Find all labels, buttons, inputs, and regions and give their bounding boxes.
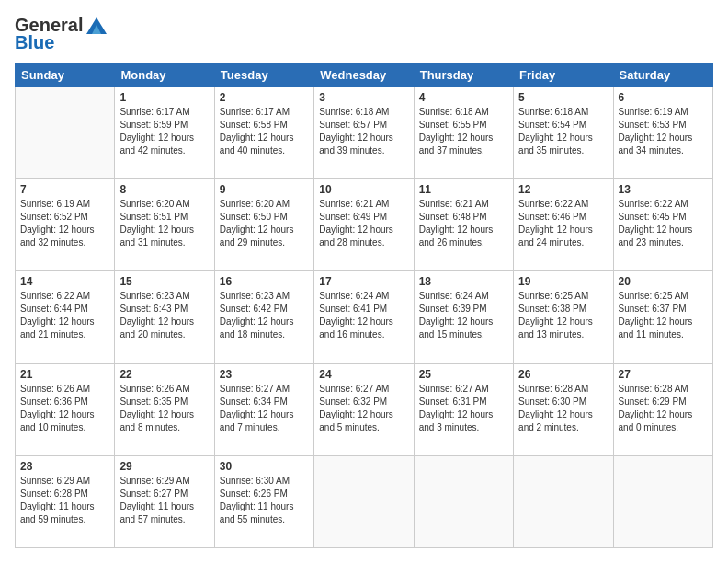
day-number: 16 — [220, 275, 309, 288]
header-monday: Monday — [115, 63, 214, 87]
day-number: 10 — [319, 183, 408, 196]
calendar-cell: 14Sunrise: 6:22 AM Sunset: 6:44 PM Dayli… — [16, 271, 115, 363]
calendar-cell: 13Sunrise: 6:22 AM Sunset: 6:45 PM Dayli… — [613, 179, 712, 271]
calendar-cell: 26Sunrise: 6:28 AM Sunset: 6:30 PM Dayli… — [514, 363, 613, 455]
day-info: Sunrise: 6:18 AM Sunset: 6:54 PM Dayligh… — [518, 106, 608, 157]
calendar-cell — [414, 455, 513, 547]
calendar-cell: 4Sunrise: 6:18 AM Sunset: 6:55 PM Daylig… — [414, 87, 513, 179]
calendar-table: SundayMondayTuesdayWednesdayThursdayFrid… — [15, 63, 713, 548]
day-info: Sunrise: 6:17 AM Sunset: 6:58 PM Dayligh… — [220, 106, 309, 157]
calendar-cell: 15Sunrise: 6:23 AM Sunset: 6:43 PM Dayli… — [115, 271, 214, 363]
day-number: 20 — [619, 275, 708, 288]
header-tuesday: Tuesday — [214, 63, 313, 87]
day-info: Sunrise: 6:20 AM Sunset: 6:50 PM Dayligh… — [220, 198, 309, 249]
day-number: 18 — [419, 275, 508, 288]
header-wednesday: Wednesday — [314, 63, 414, 87]
day-info: Sunrise: 6:30 AM Sunset: 6:26 PM Dayligh… — [220, 475, 309, 526]
day-number: 28 — [20, 460, 109, 473]
day-info: Sunrise: 6:26 AM Sunset: 6:36 PM Dayligh… — [20, 383, 109, 434]
day-number: 3 — [319, 91, 408, 104]
day-info: Sunrise: 6:22 AM Sunset: 6:44 PM Dayligh… — [20, 290, 109, 341]
calendar-cell: 8Sunrise: 6:20 AM Sunset: 6:51 PM Daylig… — [115, 179, 214, 271]
calendar-cell — [514, 455, 613, 547]
calendar-cell: 1Sunrise: 6:17 AM Sunset: 6:59 PM Daylig… — [115, 87, 214, 179]
day-info: Sunrise: 6:27 AM Sunset: 6:34 PM Dayligh… — [220, 383, 309, 434]
calendar-cell: 30Sunrise: 6:30 AM Sunset: 6:26 PM Dayli… — [214, 455, 313, 547]
calendar-cell: 29Sunrise: 6:29 AM Sunset: 6:27 PM Dayli… — [115, 455, 214, 547]
day-number: 25 — [419, 368, 508, 381]
header: General Blue — [15, 15, 713, 53]
calendar-cell: 11Sunrise: 6:21 AM Sunset: 6:48 PM Dayli… — [414, 179, 513, 271]
calendar-cell: 18Sunrise: 6:24 AM Sunset: 6:39 PM Dayli… — [414, 271, 513, 363]
calendar-cell: 28Sunrise: 6:29 AM Sunset: 6:28 PM Dayli… — [16, 455, 115, 547]
day-number: 19 — [518, 275, 608, 288]
day-info: Sunrise: 6:24 AM Sunset: 6:41 PM Dayligh… — [319, 290, 408, 341]
day-number: 5 — [518, 91, 608, 104]
calendar-cell: 5Sunrise: 6:18 AM Sunset: 6:54 PM Daylig… — [514, 87, 613, 179]
day-number: 11 — [419, 183, 508, 196]
day-number: 22 — [119, 368, 209, 381]
day-number: 4 — [419, 91, 508, 104]
day-number: 9 — [220, 183, 309, 196]
day-number: 14 — [20, 275, 109, 288]
header-row: SundayMondayTuesdayWednesdayThursdayFrid… — [16, 63, 713, 87]
day-number: 12 — [518, 183, 608, 196]
calendar-cell: 19Sunrise: 6:25 AM Sunset: 6:38 PM Dayli… — [514, 271, 613, 363]
day-info: Sunrise: 6:25 AM Sunset: 6:38 PM Dayligh… — [518, 290, 608, 341]
day-info: Sunrise: 6:19 AM Sunset: 6:53 PM Dayligh… — [619, 106, 708, 157]
calendar-cell: 2Sunrise: 6:17 AM Sunset: 6:58 PM Daylig… — [214, 87, 313, 179]
calendar-cell: 24Sunrise: 6:27 AM Sunset: 6:32 PM Dayli… — [314, 363, 414, 455]
day-number: 1 — [119, 91, 209, 104]
day-number: 21 — [20, 368, 109, 381]
day-info: Sunrise: 6:17 AM Sunset: 6:59 PM Dayligh… — [119, 106, 209, 157]
day-info: Sunrise: 6:29 AM Sunset: 6:27 PM Dayligh… — [119, 475, 209, 526]
day-info: Sunrise: 6:23 AM Sunset: 6:42 PM Dayligh… — [220, 290, 309, 341]
day-info: Sunrise: 6:28 AM Sunset: 6:30 PM Dayligh… — [518, 383, 608, 434]
day-info: Sunrise: 6:28 AM Sunset: 6:29 PM Dayligh… — [619, 383, 708, 434]
calendar-cell: 9Sunrise: 6:20 AM Sunset: 6:50 PM Daylig… — [214, 179, 313, 271]
logo-icon — [85, 16, 108, 36]
calendar-cell: 22Sunrise: 6:26 AM Sunset: 6:35 PM Dayli… — [115, 363, 214, 455]
calendar-cell: 27Sunrise: 6:28 AM Sunset: 6:29 PM Dayli… — [613, 363, 712, 455]
calendar-cell: 20Sunrise: 6:25 AM Sunset: 6:37 PM Dayli… — [613, 271, 712, 363]
calendar-cell: 6Sunrise: 6:19 AM Sunset: 6:53 PM Daylig… — [613, 87, 712, 179]
day-number: 27 — [619, 368, 708, 381]
day-number: 24 — [319, 368, 408, 381]
day-number: 17 — [319, 275, 408, 288]
day-info: Sunrise: 6:22 AM Sunset: 6:46 PM Dayligh… — [518, 198, 608, 249]
calendar-cell — [613, 455, 712, 547]
calendar-cell: 23Sunrise: 6:27 AM Sunset: 6:34 PM Dayli… — [214, 363, 313, 455]
logo: General Blue — [15, 15, 108, 53]
calendar-cell: 7Sunrise: 6:19 AM Sunset: 6:52 PM Daylig… — [16, 179, 115, 271]
day-number: 6 — [619, 91, 708, 104]
day-number: 15 — [119, 275, 209, 288]
day-info: Sunrise: 6:29 AM Sunset: 6:28 PM Dayligh… — [20, 475, 109, 526]
calendar-cell: 25Sunrise: 6:27 AM Sunset: 6:31 PM Dayli… — [414, 363, 513, 455]
day-number: 29 — [119, 460, 209, 473]
calendar-cell: 10Sunrise: 6:21 AM Sunset: 6:49 PM Dayli… — [314, 179, 414, 271]
calendar-cell: 12Sunrise: 6:22 AM Sunset: 6:46 PM Dayli… — [514, 179, 613, 271]
page: General Blue SundayMondayTuesdayWednesda… — [0, 0, 728, 563]
header-saturday: Saturday — [613, 63, 712, 87]
calendar-cell: 3Sunrise: 6:18 AM Sunset: 6:57 PM Daylig… — [314, 87, 414, 179]
day-info: Sunrise: 6:18 AM Sunset: 6:55 PM Dayligh… — [419, 106, 508, 157]
day-info: Sunrise: 6:20 AM Sunset: 6:51 PM Dayligh… — [119, 198, 209, 249]
day-number: 26 — [518, 368, 608, 381]
day-info: Sunrise: 6:26 AM Sunset: 6:35 PM Dayligh… — [119, 383, 209, 434]
header-sunday: Sunday — [16, 63, 115, 87]
day-number: 7 — [20, 183, 109, 196]
day-info: Sunrise: 6:25 AM Sunset: 6:37 PM Dayligh… — [619, 290, 708, 341]
day-number: 23 — [220, 368, 309, 381]
header-thursday: Thursday — [414, 63, 513, 87]
day-info: Sunrise: 6:19 AM Sunset: 6:52 PM Dayligh… — [20, 198, 109, 249]
day-number: 8 — [119, 183, 209, 196]
calendar-cell: 16Sunrise: 6:23 AM Sunset: 6:42 PM Dayli… — [214, 271, 313, 363]
calendar-cell: 21Sunrise: 6:26 AM Sunset: 6:36 PM Dayli… — [16, 363, 115, 455]
header-friday: Friday — [514, 63, 613, 87]
day-info: Sunrise: 6:21 AM Sunset: 6:49 PM Dayligh… — [319, 198, 408, 249]
day-info: Sunrise: 6:27 AM Sunset: 6:31 PM Dayligh… — [419, 383, 508, 434]
day-info: Sunrise: 6:23 AM Sunset: 6:43 PM Dayligh… — [119, 290, 209, 341]
calendar-cell — [314, 455, 414, 547]
day-info: Sunrise: 6:27 AM Sunset: 6:32 PM Dayligh… — [319, 383, 408, 434]
day-info: Sunrise: 6:22 AM Sunset: 6:45 PM Dayligh… — [619, 198, 708, 249]
